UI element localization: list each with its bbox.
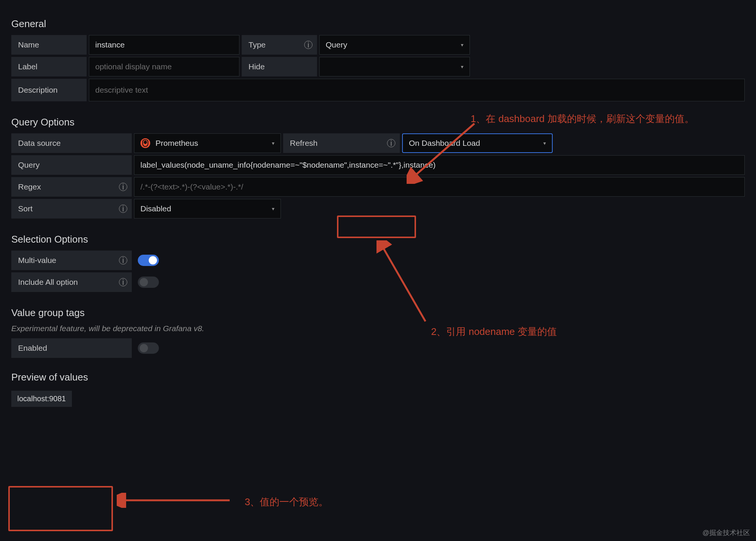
prometheus-icon (140, 138, 150, 148)
label-type-text: Type (248, 40, 266, 49)
label-regex-text: Regex (18, 182, 41, 191)
multi-value-toggle[interactable] (138, 255, 159, 266)
label-hide-text: Hide (248, 62, 265, 71)
label-label-text: Label (18, 62, 37, 71)
label-hide: Hide (242, 57, 317, 76)
label-description: Description (11, 79, 87, 101)
data-source-value: Prometheus (155, 139, 198, 148)
label-data-source: Data source (11, 133, 132, 153)
annotation-text-3: 3、值的一个预览。 (245, 494, 328, 509)
chevron-down-icon: ▾ (272, 140, 274, 146)
svg-line-1 (382, 246, 425, 321)
annotation-arrow-2 (376, 240, 437, 327)
label-query-text: Query (18, 160, 40, 170)
toggle-knob (140, 344, 148, 352)
name-input[interactable] (95, 40, 233, 49)
section-heading-preview: Preview of values (11, 371, 745, 383)
info-icon: i (119, 256, 127, 264)
label-description-text: Description (18, 86, 58, 95)
annotation-box-2 (337, 215, 416, 238)
label-refresh: Refresh i (283, 133, 400, 153)
label-name: Name (11, 35, 87, 55)
label-name-text: Name (18, 40, 39, 49)
label-enabled-text: Enabled (18, 344, 47, 353)
info-icon: i (119, 278, 127, 286)
label-regex: Regex i (11, 177, 132, 197)
chevron-down-icon: ▾ (543, 140, 546, 146)
type-value: Query (326, 40, 347, 49)
info-icon: i (119, 183, 127, 191)
label-input-wrap[interactable] (89, 57, 239, 76)
label-include-all-text: Include All option (18, 278, 78, 287)
chevron-down-icon: ▾ (272, 206, 274, 212)
label-data-source-text: Data source (18, 139, 61, 148)
annotation-box-3 (8, 486, 113, 531)
label-include-all: Include All option i (11, 272, 132, 292)
label-label: Label (11, 57, 87, 76)
label-input[interactable] (95, 62, 233, 71)
label-query: Query (11, 155, 132, 175)
include-all-toggle[interactable] (138, 277, 159, 288)
label-multi-value-text: Multi-value (18, 256, 56, 265)
toggle-knob (140, 278, 148, 286)
section-heading-general: General (11, 18, 745, 30)
info-icon: i (387, 139, 395, 147)
annotation-arrow-3 (117, 493, 237, 508)
chevron-down-icon: ▾ (461, 64, 463, 70)
data-source-select[interactable]: Prometheus ▾ (134, 133, 281, 153)
preview-value-chip: localhost:9081 (11, 391, 72, 407)
svg-line-0 (414, 124, 474, 176)
info-icon: i (119, 205, 127, 213)
sort-value: Disabled (140, 204, 171, 213)
info-icon: i (304, 41, 312, 49)
label-refresh-text: Refresh (290, 139, 318, 148)
sort-select[interactable]: Disabled ▾ (134, 199, 281, 219)
annotation-text-1: 1、在 dashboard 加载的时候，刷新这个变量的值。 (471, 111, 742, 126)
annotation-arrow-1 (407, 120, 489, 184)
annotation-text-2: 2、引用 nodename 变量的值 (431, 324, 557, 339)
type-select[interactable]: Query ▾ (319, 35, 470, 55)
enabled-toggle[interactable] (138, 342, 159, 354)
name-input-wrap[interactable] (89, 35, 239, 55)
label-sort-text: Sort (18, 204, 33, 213)
description-input-wrap[interactable] (89, 79, 745, 101)
label-sort: Sort i (11, 199, 132, 219)
hide-select[interactable]: ▾ (319, 57, 470, 76)
label-enabled: Enabled (11, 338, 132, 358)
watermark: @掘金技术社区 (703, 528, 750, 537)
chevron-down-icon: ▾ (461, 42, 463, 48)
label-multi-value: Multi-value i (11, 251, 132, 270)
label-type: Type i (242, 35, 317, 55)
toggle-knob (149, 256, 157, 264)
description-input[interactable] (95, 86, 738, 95)
